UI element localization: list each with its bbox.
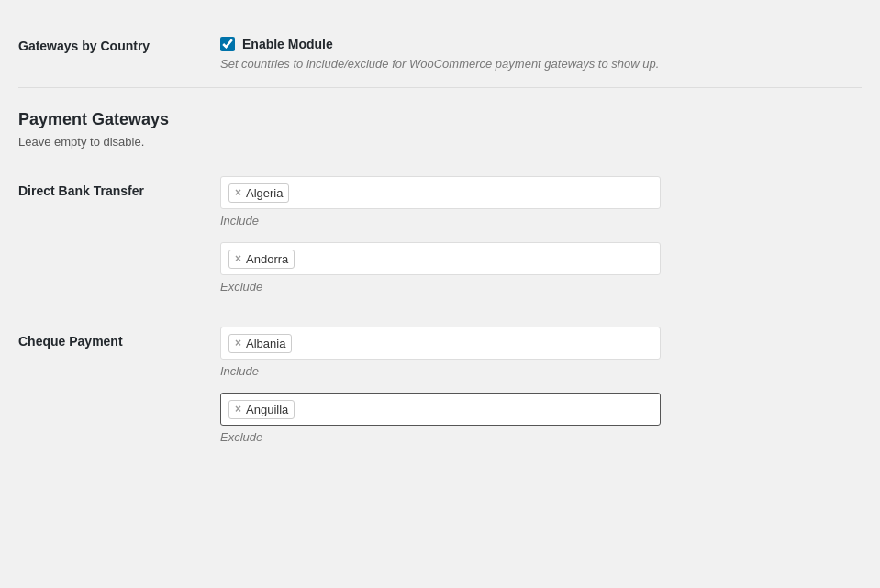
albania-remove-icon[interactable]: ×: [235, 337, 241, 349]
cheque-payment-exclude-group: × Anguilla Exclude: [220, 393, 862, 444]
module-description: Set countries to include/exclude for Woo…: [220, 57, 862, 71]
cheque-payment-include-group: × Albania Include: [220, 327, 862, 378]
albania-tag: × Albania: [228, 334, 292, 353]
andorra-tag: × Andorra: [228, 250, 295, 269]
section-divider: [18, 87, 862, 88]
anguilla-tag: × Anguilla: [228, 400, 295, 419]
cheque-payment-row: Cheque Payment × Albania Include × Angui…: [18, 317, 862, 468]
section-label: Gateways by Country: [18, 37, 220, 53]
direct-bank-transfer-include-hint: Include: [220, 214, 862, 227]
cheque-payment-label: Cheque Payment: [18, 327, 220, 349]
cheque-payment-include-input[interactable]: × Albania: [220, 327, 661, 360]
algeria-remove-icon[interactable]: ×: [235, 186, 241, 199]
module-settings: Enable Module Set countries to include/e…: [220, 37, 862, 71]
payment-gateways-title: Payment Gateways: [18, 110, 862, 129]
andorra-tag-label: Andorra: [246, 252, 288, 266]
direct-bank-transfer-exclude-input[interactable]: × Andorra: [220, 242, 661, 275]
cheque-payment-fields: × Albania Include × Anguilla Exclude: [220, 327, 862, 459]
andorra-remove-icon[interactable]: ×: [235, 252, 241, 265]
payment-gateways-header: Payment Gateways Leave empty to disable.: [18, 95, 862, 149]
gateways-by-country-row: Gateways by Country Enable Module Set co…: [18, 28, 862, 80]
direct-bank-transfer-label: Direct Bank Transfer: [18, 176, 220, 198]
enable-module-checkbox-row[interactable]: Enable Module: [220, 37, 862, 51]
anguilla-remove-icon[interactable]: ×: [235, 403, 241, 416]
algeria-tag-label: Algeria: [246, 186, 283, 200]
direct-bank-transfer-fields: × Algeria Include × Andorra Exclude: [220, 176, 862, 308]
enable-module-checkbox[interactable]: [220, 37, 235, 51]
albania-tag-label: Albania: [246, 337, 285, 350]
direct-bank-transfer-row: Direct Bank Transfer × Algeria Include ×…: [18, 167, 862, 317]
direct-bank-transfer-include-group: × Algeria Include: [220, 176, 862, 227]
payment-gateways-hint: Leave empty to disable.: [18, 135, 862, 149]
enable-module-label[interactable]: Enable Module: [242, 37, 333, 51]
direct-bank-transfer-exclude-group: × Andorra Exclude: [220, 242, 862, 294]
direct-bank-transfer-exclude-hint: Exclude: [220, 280, 862, 294]
cheque-payment-include-hint: Include: [220, 364, 862, 378]
cheque-payment-exclude-hint: Exclude: [220, 430, 862, 444]
direct-bank-transfer-include-input[interactable]: × Algeria: [220, 176, 661, 209]
cheque-payment-exclude-input[interactable]: × Anguilla: [220, 393, 661, 426]
anguilla-tag-label: Anguilla: [246, 403, 288, 416]
algeria-tag: × Algeria: [228, 183, 289, 203]
